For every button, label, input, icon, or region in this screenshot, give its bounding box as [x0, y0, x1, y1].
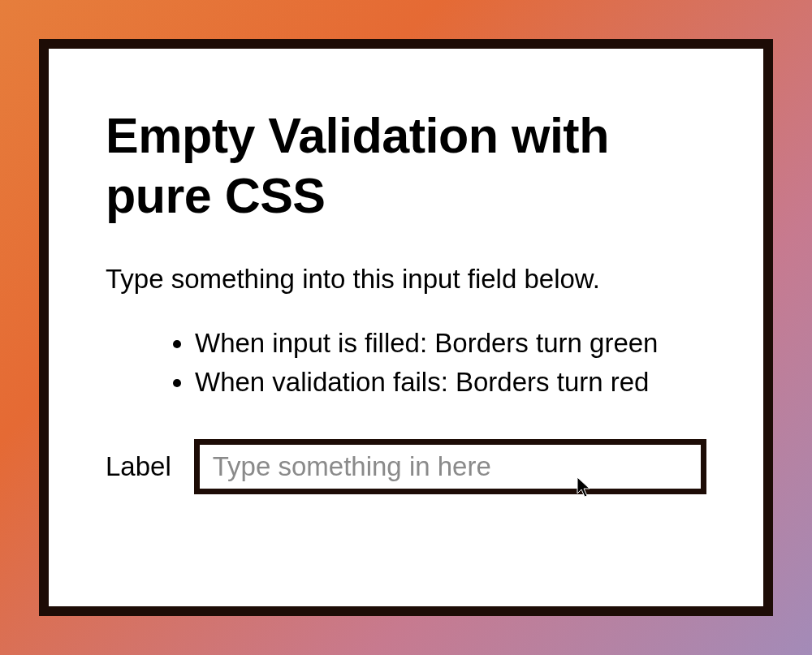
demo-text-input[interactable]: [194, 439, 706, 494]
form-row: Label: [106, 439, 706, 494]
rules-list: When input is filled: Borders turn green…: [106, 324, 706, 402]
demo-card: Empty Validation with pure CSS Type some…: [39, 39, 773, 616]
page-title: Empty Validation with pure CSS: [106, 106, 706, 226]
input-label: Label: [106, 451, 171, 482]
rule-filled: When input is filled: Borders turn green: [195, 324, 706, 363]
rule-fails: When validation fails: Borders turn red: [195, 363, 706, 402]
instruction-text: Type something into this input field bel…: [106, 261, 706, 298]
